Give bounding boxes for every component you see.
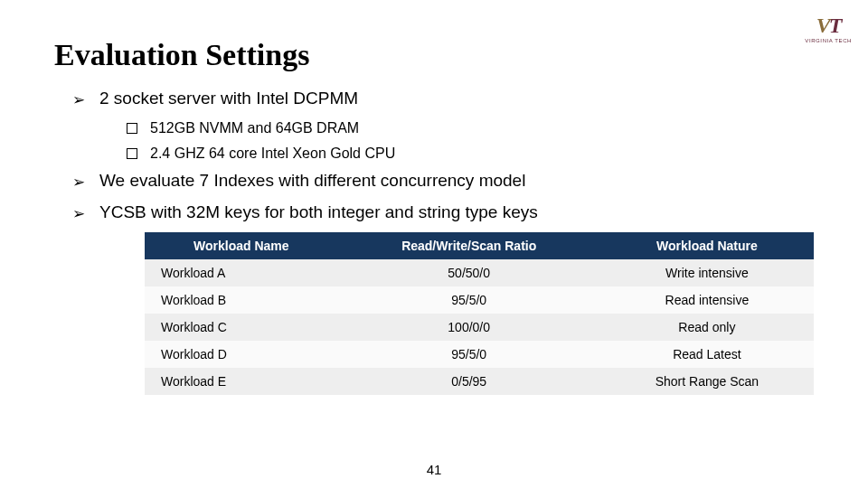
bullet-3-text: YCSB with 32M keys for both integer and … [99, 202, 538, 222]
col-header-ratio: Read/Write/Scan Ratio [338, 232, 600, 259]
vt-logo-sub: VIRGINIA TECH [805, 38, 852, 43]
table-row: Workload A 50/50/0 Write intensive [145, 259, 814, 286]
cell-nature: Read Latest [600, 341, 814, 368]
cell-name: Workload B [145, 286, 338, 314]
cell-name: Workload A [145, 259, 338, 286]
table-row: Workload E 0/5/95 Short Range Scan [145, 368, 814, 395]
table-row: Workload B 95/5/0 Read intensive [145, 286, 814, 314]
cell-ratio: 95/5/0 [338, 286, 600, 314]
cell-nature: Write intensive [600, 259, 814, 286]
cell-nature: Read intensive [600, 286, 814, 314]
vt-logo-mark: VT [816, 14, 841, 36]
sub-bullet-2: 2.4 GHZ 64 core Intel Xeon Gold CPU [127, 145, 814, 162]
col-header-nature: Workload Nature [600, 232, 814, 259]
cell-nature: Short Range Scan [600, 368, 814, 395]
table-header-row: Workload Name Read/Write/Scan Ratio Work… [145, 232, 814, 259]
table-row: Workload C 100/0/0 Read only [145, 314, 814, 341]
vt-logo: VT VIRGINIA TECH [805, 14, 852, 43]
arrow-icon: ➢ [72, 90, 90, 109]
bullet-list: ➢ 2 socket server with Intel DCPMM [72, 89, 814, 109]
slide: VT VIRGINIA TECH Evaluation Settings ➢ 2… [0, 0, 868, 488]
sub-bullet-1: 512GB NVMM and 64GB DRAM [127, 120, 814, 136]
bullet-1-text: 2 socket server with Intel DCPMM [99, 89, 358, 108]
checkbox-icon [127, 148, 137, 159]
table-row: Workload D 95/5/0 Read Latest [145, 341, 814, 368]
cell-ratio: 95/5/0 [338, 341, 600, 368]
cell-nature: Read only [600, 314, 814, 341]
col-header-name: Workload Name [145, 232, 338, 259]
cell-ratio: 0/5/95 [338, 368, 600, 395]
checkbox-icon [127, 123, 137, 134]
bullet-list-2: ➢ We evaluate 7 Indexes with different c… [72, 171, 814, 223]
sub-bullet-1-text: 512GB NVMM and 64GB DRAM [150, 120, 359, 136]
sub-bullet-2-text: 2.4 GHZ 64 core Intel Xeon Gold CPU [150, 145, 395, 162]
bullet-1: ➢ 2 socket server with Intel DCPMM [72, 89, 814, 109]
bullet-2-text: We evaluate 7 Indexes with different con… [99, 171, 525, 191]
cell-name: Workload D [145, 341, 338, 368]
cell-name: Workload C [145, 314, 338, 341]
workload-table: Workload Name Read/Write/Scan Ratio Work… [145, 232, 814, 395]
cell-ratio: 100/0/0 [338, 314, 600, 341]
page-title: Evaluation Settings [54, 38, 814, 72]
cell-name: Workload E [145, 368, 338, 395]
arrow-icon: ➢ [72, 204, 90, 223]
sub-bullet-list: 512GB NVMM and 64GB DRAM 2.4 GHZ 64 core… [127, 120, 814, 162]
bullet-2: ➢ We evaluate 7 Indexes with different c… [72, 171, 814, 192]
arrow-icon: ➢ [72, 173, 90, 192]
cell-ratio: 50/50/0 [338, 259, 600, 286]
bullet-3: ➢ YCSB with 32M keys for both integer an… [72, 202, 814, 223]
page-number: 41 [0, 462, 868, 477]
